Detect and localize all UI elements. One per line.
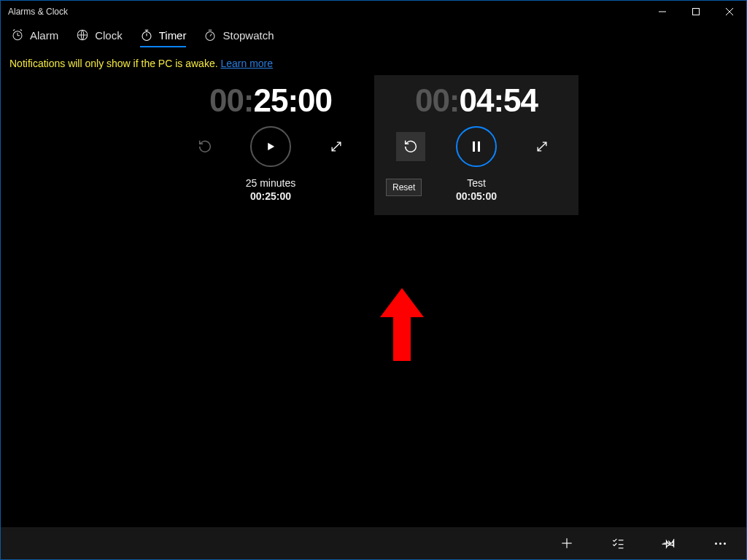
svg-line-18 (332, 142, 341, 151)
edit-timers-button[interactable] (605, 530, 631, 556)
timer-controls (169, 126, 373, 167)
timer-controls (374, 126, 578, 167)
timer-card-25-minutes[interactable]: 00:25:00 25 minutes 00:25:00 (169, 75, 373, 202)
reset-button[interactable] (396, 132, 425, 161)
alarm-icon (11, 28, 24, 42)
tab-stopwatch[interactable]: Stopwatch (204, 28, 274, 47)
timer-name: 25 minutes (169, 177, 373, 189)
notification-text: Notifications will only show if the PC i… (9, 58, 220, 69)
tab-label: Stopwatch (222, 29, 274, 42)
more-button[interactable] (707, 530, 733, 556)
clock-icon (76, 28, 89, 42)
svg-line-7 (13, 30, 15, 31)
minimize-button[interactable] (646, 1, 679, 23)
expand-button[interactable] (527, 132, 557, 161)
tab-bar: Alarm Clock Timer Stopwatch (1, 23, 746, 52)
expand-button[interactable] (322, 132, 351, 161)
window-titlebar: Alarms & Clock (1, 1, 746, 23)
svg-line-8 (20, 30, 22, 31)
tab-timer[interactable]: Timer (140, 28, 187, 47)
tab-clock[interactable]: Clock (76, 28, 123, 47)
pause-icon (473, 141, 480, 152)
timer-card-test[interactable]: 00:04:54 Test 00:05:00 Reset (374, 75, 578, 215)
tab-label: Clock (95, 29, 123, 42)
stopwatch-icon (204, 28, 217, 42)
notification-link[interactable]: Learn more (220, 58, 273, 69)
timer-hours-dim: 00: (415, 82, 460, 118)
timer-display: 00:25:00 (169, 75, 373, 119)
add-timer-button[interactable] (554, 530, 580, 556)
pin-button[interactable] (656, 530, 682, 556)
timer-icon (140, 28, 153, 42)
tooltip-reset: Reset (386, 179, 422, 196)
timer-display: 00:04:54 (374, 75, 578, 119)
annotation-arrow (380, 288, 424, 361)
svg-rect-1 (693, 9, 700, 15)
maximize-button[interactable] (679, 1, 713, 23)
play-button[interactable] (250, 126, 291, 167)
timer-duration: 00:25:00 (169, 190, 373, 202)
svg-marker-20 (380, 288, 424, 361)
notification-bar: Notifications will only show if the PC i… (1, 52, 746, 75)
timer-remaining: 04:54 (460, 82, 538, 118)
more-icon (715, 542, 726, 545)
svg-line-15 (210, 34, 212, 36)
pause-button[interactable] (456, 126, 497, 167)
bottom-command-bar (1, 527, 746, 559)
tab-label: Timer (159, 29, 187, 42)
tab-label: Alarm (30, 29, 58, 42)
reset-button[interactable] (190, 132, 220, 161)
main-content: 00:25:00 25 minutes 00:25:00 00:04:54 (1, 75, 746, 523)
svg-line-19 (538, 142, 546, 151)
close-button[interactable] (713, 1, 746, 23)
timer-remaining: 25:00 (254, 82, 333, 118)
timer-label: 25 minutes 00:25:00 (169, 177, 373, 202)
window-title: Alarms & Clock (8, 7, 68, 17)
tab-alarm[interactable]: Alarm (11, 28, 58, 47)
window-controls (646, 1, 746, 23)
timer-hours-dim: 00: (209, 82, 254, 118)
svg-marker-17 (268, 143, 274, 149)
